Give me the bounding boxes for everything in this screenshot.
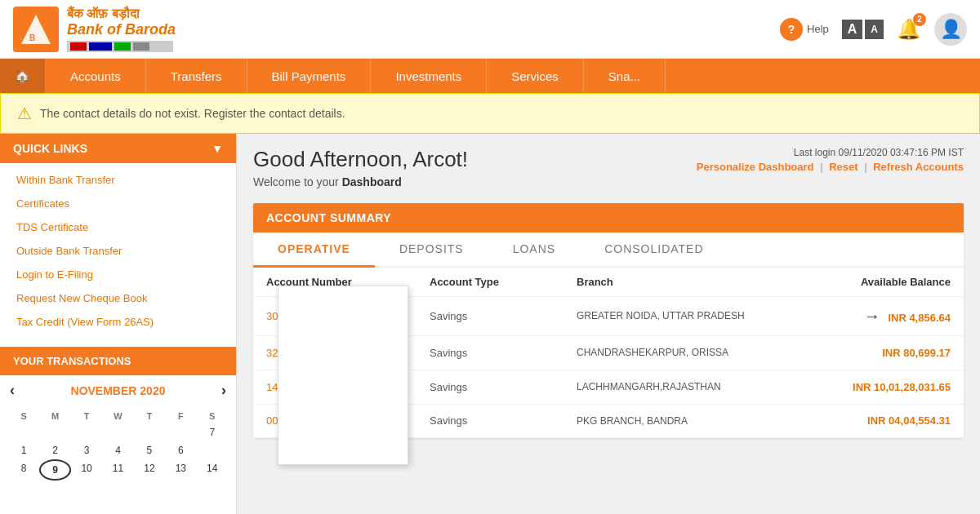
- notification-bell[interactable]: 🔔 2: [897, 18, 921, 41]
- balance-2: INR 80,699.17: [773, 347, 951, 359]
- quick-links-chevron[interactable]: ▼: [212, 142, 223, 155]
- quick-link-within-bank[interactable]: Within Bank Transfer: [0, 168, 236, 192]
- calendar-month: NOVEMBER 2020: [71, 384, 166, 397]
- cal-day-9-today[interactable]: 9: [39, 459, 70, 481]
- nav-services[interactable]: Services: [487, 59, 584, 93]
- cal-day-5[interactable]: 5: [134, 441, 165, 459]
- header-right: ? Help A A 🔔 2 👤: [780, 13, 967, 46]
- nav-accounts[interactable]: Accounts: [46, 59, 146, 93]
- alert-banner: ⚠ The contact details do not exist. Regi…: [0, 93, 980, 134]
- cal-header-sun: S: [8, 409, 39, 423]
- calendar-nav: ‹ NOVEMBER 2020 ›: [0, 375, 236, 405]
- welcome-label: Welcome to your: [253, 175, 339, 188]
- nav-home[interactable]: 🏠: [0, 59, 46, 93]
- sep-1: |: [820, 161, 826, 173]
- account-number-dropdown: [278, 286, 408, 465]
- bank-name-container: बैंक ऑफ़ बड़ौदा Bank of Baroda: [67, 7, 176, 52]
- svg-text:B: B: [29, 33, 35, 42]
- nav-more[interactable]: Sna...: [584, 59, 666, 93]
- tab-consolidated[interactable]: CONSOLIDATED: [580, 233, 728, 266]
- calendar-week-3: 8 9 10 11 12 13 14: [8, 459, 228, 481]
- bank-name-english: Bank of Baroda: [67, 21, 176, 38]
- cal-day-14[interactable]: 14: [197, 459, 228, 481]
- quick-link-certificates[interactable]: Certificates: [0, 192, 236, 215]
- cal-day-8[interactable]: 8: [8, 459, 39, 481]
- cal-header-mon: M: [39, 409, 70, 423]
- main-nav: 🏠 Accounts Transfers Bill Payments Inves…: [0, 59, 980, 93]
- cal-day-7[interactable]: 7: [197, 423, 228, 441]
- top-bar: Good Afternoon, Arcot! Welcome to your D…: [253, 147, 964, 193]
- greeting-text: Good Afternoon, Arcot!: [253, 147, 468, 172]
- cal-day-13[interactable]: 13: [165, 459, 196, 481]
- cal-day-4[interactable]: 4: [102, 441, 133, 459]
- balance-amount-1: INR 4,856.64: [888, 312, 951, 324]
- quick-link-tds[interactable]: TDS Certificate: [0, 215, 236, 239]
- cal-day-12[interactable]: 12: [134, 459, 165, 481]
- tab-deposits[interactable]: DEPOSITS: [375, 233, 488, 266]
- account-type-4: Savings: [430, 414, 577, 427]
- th-branch: Branch: [577, 276, 773, 288]
- header: B बैंक ऑफ़ बड़ौदा Bank of Baroda ? Help …: [0, 0, 980, 59]
- branch-3: LACHHMANGARH,RAJASTHAN: [577, 380, 773, 394]
- notification-badge: 2: [913, 13, 926, 26]
- cal-header-fri: F: [165, 409, 196, 423]
- bank-logo: B: [13, 7, 59, 52]
- cal-cell-empty: [165, 423, 196, 441]
- font-small-button[interactable]: A: [865, 20, 884, 39]
- alert-text: The contact details do not exist. Regist…: [40, 107, 345, 120]
- help-button[interactable]: ? Help: [780, 18, 829, 41]
- tab-operative[interactable]: OPERATIVE: [253, 233, 375, 268]
- reset-link[interactable]: Reset: [829, 161, 858, 173]
- quick-link-outside-bank[interactable]: Outside Bank Transfer: [0, 239, 236, 263]
- nav-more-label: Sna...: [608, 69, 640, 83]
- personalize-dashboard-link[interactable]: Personalize Dashboard: [697, 161, 814, 173]
- balance-4: INR 04,04,554.31: [773, 414, 951, 427]
- account-tabs: OPERATIVE DEPOSITS LOANS CONSOLIDATED: [253, 233, 964, 268]
- balance-amount-4: INR 04,04,554.31: [867, 414, 951, 427]
- cal-day-7b[interactable]: [197, 441, 228, 459]
- top-right-section: Last login 09/11/2020 03:47:16 PM IST Pe…: [697, 147, 964, 173]
- calendar-grid: S M T W T F S 7: [0, 405, 236, 484]
- user-avatar[interactable]: 👤: [934, 13, 967, 46]
- account-type-2: Savings: [430, 347, 577, 359]
- cal-day-10[interactable]: 10: [71, 459, 102, 481]
- last-login-text: Last login 09/11/2020 03:47:16 PM IST: [697, 147, 964, 158]
- cal-header-sat: S: [197, 409, 228, 423]
- cal-day-1[interactable]: 1: [8, 441, 39, 459]
- svg-marker-0: [21, 15, 51, 44]
- quick-link-efiling[interactable]: Login to E-Filing: [0, 263, 236, 286]
- home-icon: 🏠: [15, 69, 30, 83]
- cal-day-6[interactable]: 6: [165, 441, 196, 459]
- tab-loans[interactable]: LOANS: [488, 233, 580, 266]
- nav-investments[interactable]: Investments: [371, 59, 487, 93]
- account-summary-header: ACCOUNT SUMMARY: [253, 203, 964, 233]
- account-type-3: Savings: [430, 381, 577, 393]
- sidebar: QUICK LINKS ▼ Within Bank Transfer Certi…: [0, 134, 237, 514]
- cal-cell-empty: [102, 423, 133, 441]
- next-month-button[interactable]: ›: [221, 382, 226, 399]
- nav-bill-payments[interactable]: Bill Payments: [247, 59, 372, 93]
- cal-day-3[interactable]: 3: [71, 441, 102, 459]
- nav-transfers[interactable]: Transfers: [146, 59, 247, 93]
- calendar-week-1: 7: [8, 423, 228, 441]
- bank-logos-strip: [67, 41, 173, 52]
- prev-month-button[interactable]: ‹: [10, 382, 15, 399]
- font-large-button[interactable]: A: [842, 20, 863, 39]
- main-layout: QUICK LINKS ▼ Within Bank Transfer Certi…: [0, 134, 980, 514]
- dashboard-bold: Dashboard: [342, 175, 402, 188]
- cal-day-2[interactable]: 2: [39, 441, 70, 459]
- quick-link-tax-credit[interactable]: Tax Credit (View Form 26AS): [0, 310, 236, 334]
- cal-header-tue: T: [71, 409, 102, 423]
- balance-3: INR 10,01,28,031.65: [773, 381, 951, 393]
- branch-2: CHANDRASHEKARPUR, ORISSA: [577, 346, 773, 360]
- quick-link-cheque[interactable]: Request New Cheque Book: [0, 286, 236, 310]
- refresh-accounts-link[interactable]: Refresh Accounts: [873, 161, 964, 173]
- cal-cell-empty: [71, 423, 102, 441]
- cal-day-11[interactable]: 11: [102, 459, 133, 481]
- nav-accounts-label: Accounts: [70, 69, 121, 83]
- quick-links-header: QUICK LINKS ▼: [0, 134, 236, 163]
- nav-services-label: Services: [511, 69, 559, 83]
- transactions-header: YOUR TRANSACTIONS: [0, 347, 236, 375]
- cal-cell-empty: [8, 423, 39, 441]
- nav-transfers-label: Transfers: [171, 69, 222, 83]
